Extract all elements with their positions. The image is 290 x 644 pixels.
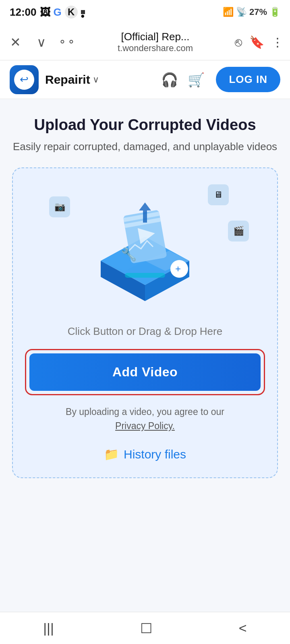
- battery-label: 27%: [249, 7, 267, 17]
- logo-arrow-icon: ↩: [20, 73, 29, 86]
- drag-drop-text: Click Button or Drag & Drop Here: [68, 325, 222, 338]
- browser-bookmark-icon[interactable]: 🔖: [249, 35, 264, 49]
- recent-apps-icon[interactable]: |||: [43, 620, 54, 636]
- browser-share-icon[interactable]: ⎋: [235, 35, 242, 49]
- brand-chevron-icon: ∨: [93, 74, 99, 85]
- dot-indicator: •: [81, 10, 85, 14]
- illustration-area: 📷 🖥 🎬 🔧: [25, 180, 265, 317]
- support-icon[interactable]: 🎧: [161, 72, 178, 88]
- upload-card: 📷 🖥 🎬 🔧: [12, 167, 278, 478]
- brand-name: Repairit: [45, 73, 90, 87]
- repairit-logo: ↩: [10, 65, 39, 94]
- browser-tabs-icon[interactable]: ⚬⚬: [58, 36, 76, 48]
- cart-icon[interactable]: 🛒: [188, 72, 205, 88]
- svg-rect-13: [125, 273, 165, 278]
- browser-url-domain: t.wondershare.com: [118, 43, 193, 54]
- browser-bar: ✕ ∨ ⚬⚬ [Official] Rep... t.wondershare.c…: [0, 24, 290, 60]
- battery-icon: 🔋: [269, 7, 280, 17]
- google-icon: G: [54, 6, 62, 19]
- main-content: Upload Your Corrupted Videos Easily repa…: [0, 99, 290, 612]
- login-button[interactable]: LOG IN: [216, 67, 280, 92]
- svg-text:🔧: 🔧: [121, 247, 137, 262]
- browser-url-title: [Official] Rep...: [121, 31, 189, 43]
- browser-expand-icon[interactable]: ∨: [32, 35, 50, 50]
- upload-illustration: 🔧 +: [81, 188, 209, 309]
- history-folder-icon: 📁: [104, 447, 119, 461]
- gallery-icon: 🖼: [40, 6, 50, 19]
- history-files-label: History files: [124, 448, 186, 461]
- bottom-nav: ||| ☐ <: [0, 612, 290, 644]
- home-icon[interactable]: ☐: [140, 620, 152, 636]
- float-camera-icon: 📷: [49, 196, 70, 217]
- float-video-icon: 🎬: [228, 221, 249, 242]
- k-icon: K: [65, 6, 78, 19]
- browser-url-area: [Official] Rep... t.wondershare.com: [84, 31, 227, 54]
- wifi-icon: 📶: [223, 7, 234, 17]
- svg-text:+: +: [175, 263, 181, 274]
- signal-icon: 📡: [236, 7, 247, 17]
- history-files-area[interactable]: 📁 History files: [104, 447, 186, 461]
- status-time: 12:00: [10, 6, 37, 19]
- privacy-text: By uploading a video, you agree to our P…: [66, 405, 224, 433]
- add-video-button[interactable]: Add Video: [29, 353, 261, 391]
- privacy-policy-link[interactable]: Privacy Policy.: [115, 421, 175, 431]
- browser-menu-icon[interactable]: ⋮: [271, 35, 284, 49]
- nav-bar: ↩ Repairit ∨ 🎧 🛒 LOG IN: [0, 60, 290, 99]
- page-title: Upload Your Corrupted Videos: [12, 115, 278, 135]
- brand-name-area[interactable]: Repairit ∨: [45, 73, 99, 87]
- page-subtitle: Easily repair corrupted, damaged, and un…: [12, 140, 278, 153]
- browser-close-icon[interactable]: ✕: [6, 35, 24, 50]
- status-bar: 12:00 🖼 G K • 📶 📡 27% 🔋: [0, 0, 290, 24]
- float-screen-icon: 🖥: [208, 184, 229, 205]
- add-video-wrapper: Add Video: [25, 349, 265, 395]
- browser-actions: ⎋ 🔖 ⋮: [235, 35, 284, 49]
- back-icon[interactable]: <: [239, 620, 247, 636]
